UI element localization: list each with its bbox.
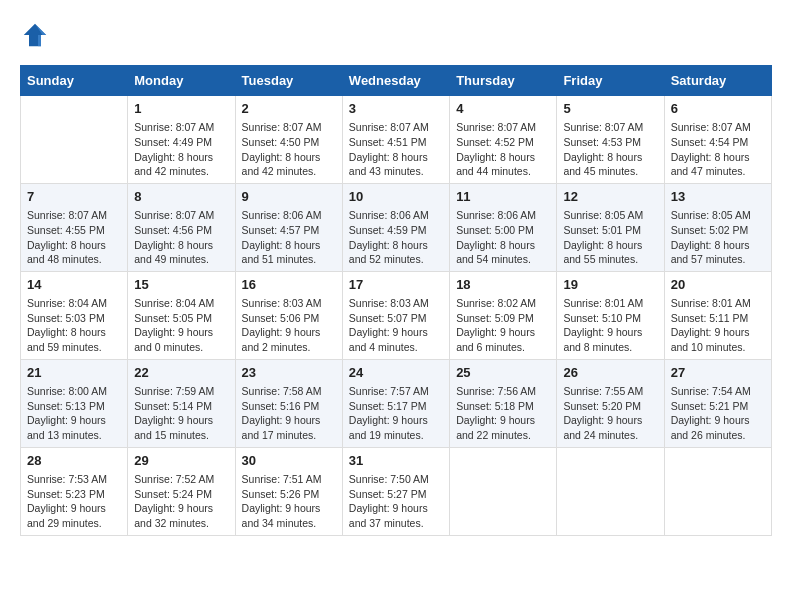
day-number: 10 bbox=[349, 188, 443, 206]
day-cell: 28Sunrise: 7:53 AM Sunset: 5:23 PM Dayli… bbox=[21, 447, 128, 535]
day-cell: 31Sunrise: 7:50 AM Sunset: 5:27 PM Dayli… bbox=[342, 447, 449, 535]
day-number: 22 bbox=[134, 364, 228, 382]
day-info: Sunrise: 8:01 AM Sunset: 5:11 PM Dayligh… bbox=[671, 296, 765, 355]
day-cell: 16Sunrise: 8:03 AM Sunset: 5:06 PM Dayli… bbox=[235, 271, 342, 359]
day-info: Sunrise: 8:07 AM Sunset: 4:51 PM Dayligh… bbox=[349, 120, 443, 179]
day-cell: 15Sunrise: 8:04 AM Sunset: 5:05 PM Dayli… bbox=[128, 271, 235, 359]
day-number: 14 bbox=[27, 276, 121, 294]
header-cell-sunday: Sunday bbox=[21, 66, 128, 96]
day-cell: 9Sunrise: 8:06 AM Sunset: 4:57 PM Daylig… bbox=[235, 183, 342, 271]
week-row-1: 1Sunrise: 8:07 AM Sunset: 4:49 PM Daylig… bbox=[21, 96, 772, 184]
day-number: 7 bbox=[27, 188, 121, 206]
day-cell: 1Sunrise: 8:07 AM Sunset: 4:49 PM Daylig… bbox=[128, 96, 235, 184]
day-cell bbox=[21, 96, 128, 184]
day-cell: 11Sunrise: 8:06 AM Sunset: 5:00 PM Dayli… bbox=[450, 183, 557, 271]
day-cell: 7Sunrise: 8:07 AM Sunset: 4:55 PM Daylig… bbox=[21, 183, 128, 271]
header-cell-monday: Monday bbox=[128, 66, 235, 96]
day-number: 3 bbox=[349, 100, 443, 118]
header-row: SundayMondayTuesdayWednesdayThursdayFrid… bbox=[21, 66, 772, 96]
calendar-header: SundayMondayTuesdayWednesdayThursdayFrid… bbox=[21, 66, 772, 96]
day-number: 21 bbox=[27, 364, 121, 382]
day-number: 6 bbox=[671, 100, 765, 118]
day-info: Sunrise: 8:07 AM Sunset: 4:53 PM Dayligh… bbox=[563, 120, 657, 179]
day-info: Sunrise: 8:07 AM Sunset: 4:56 PM Dayligh… bbox=[134, 208, 228, 267]
day-info: Sunrise: 8:01 AM Sunset: 5:10 PM Dayligh… bbox=[563, 296, 657, 355]
day-info: Sunrise: 8:06 AM Sunset: 4:59 PM Dayligh… bbox=[349, 208, 443, 267]
day-number: 1 bbox=[134, 100, 228, 118]
day-info: Sunrise: 8:06 AM Sunset: 4:57 PM Dayligh… bbox=[242, 208, 336, 267]
logo-icon bbox=[20, 20, 50, 50]
calendar-body: 1Sunrise: 8:07 AM Sunset: 4:49 PM Daylig… bbox=[21, 96, 772, 536]
day-cell: 30Sunrise: 7:51 AM Sunset: 5:26 PM Dayli… bbox=[235, 447, 342, 535]
day-number: 28 bbox=[27, 452, 121, 470]
header-cell-tuesday: Tuesday bbox=[235, 66, 342, 96]
day-number: 5 bbox=[563, 100, 657, 118]
day-info: Sunrise: 8:05 AM Sunset: 5:01 PM Dayligh… bbox=[563, 208, 657, 267]
day-info: Sunrise: 8:07 AM Sunset: 4:52 PM Dayligh… bbox=[456, 120, 550, 179]
day-cell: 14Sunrise: 8:04 AM Sunset: 5:03 PM Dayli… bbox=[21, 271, 128, 359]
day-info: Sunrise: 8:07 AM Sunset: 4:50 PM Dayligh… bbox=[242, 120, 336, 179]
day-info: Sunrise: 7:59 AM Sunset: 5:14 PM Dayligh… bbox=[134, 384, 228, 443]
day-cell: 12Sunrise: 8:05 AM Sunset: 5:01 PM Dayli… bbox=[557, 183, 664, 271]
week-row-5: 28Sunrise: 7:53 AM Sunset: 5:23 PM Dayli… bbox=[21, 447, 772, 535]
day-cell bbox=[557, 447, 664, 535]
day-cell: 4Sunrise: 8:07 AM Sunset: 4:52 PM Daylig… bbox=[450, 96, 557, 184]
day-info: Sunrise: 8:07 AM Sunset: 4:49 PM Dayligh… bbox=[134, 120, 228, 179]
day-cell: 5Sunrise: 8:07 AM Sunset: 4:53 PM Daylig… bbox=[557, 96, 664, 184]
day-number: 16 bbox=[242, 276, 336, 294]
day-cell bbox=[450, 447, 557, 535]
day-info: Sunrise: 8:06 AM Sunset: 5:00 PM Dayligh… bbox=[456, 208, 550, 267]
day-cell: 19Sunrise: 8:01 AM Sunset: 5:10 PM Dayli… bbox=[557, 271, 664, 359]
day-info: Sunrise: 8:00 AM Sunset: 5:13 PM Dayligh… bbox=[27, 384, 121, 443]
day-info: Sunrise: 7:55 AM Sunset: 5:20 PM Dayligh… bbox=[563, 384, 657, 443]
day-cell: 25Sunrise: 7:56 AM Sunset: 5:18 PM Dayli… bbox=[450, 359, 557, 447]
day-number: 19 bbox=[563, 276, 657, 294]
day-info: Sunrise: 8:04 AM Sunset: 5:05 PM Dayligh… bbox=[134, 296, 228, 355]
day-number: 13 bbox=[671, 188, 765, 206]
day-info: Sunrise: 8:07 AM Sunset: 4:54 PM Dayligh… bbox=[671, 120, 765, 179]
day-cell: 23Sunrise: 7:58 AM Sunset: 5:16 PM Dayli… bbox=[235, 359, 342, 447]
day-info: Sunrise: 8:07 AM Sunset: 4:55 PM Dayligh… bbox=[27, 208, 121, 267]
day-info: Sunrise: 7:50 AM Sunset: 5:27 PM Dayligh… bbox=[349, 472, 443, 531]
day-cell: 24Sunrise: 7:57 AM Sunset: 5:17 PM Dayli… bbox=[342, 359, 449, 447]
week-row-4: 21Sunrise: 8:00 AM Sunset: 5:13 PM Dayli… bbox=[21, 359, 772, 447]
header-cell-friday: Friday bbox=[557, 66, 664, 96]
day-number: 25 bbox=[456, 364, 550, 382]
day-cell: 27Sunrise: 7:54 AM Sunset: 5:21 PM Dayli… bbox=[664, 359, 771, 447]
day-cell: 21Sunrise: 8:00 AM Sunset: 5:13 PM Dayli… bbox=[21, 359, 128, 447]
day-cell: 13Sunrise: 8:05 AM Sunset: 5:02 PM Dayli… bbox=[664, 183, 771, 271]
day-info: Sunrise: 8:02 AM Sunset: 5:09 PM Dayligh… bbox=[456, 296, 550, 355]
day-cell: 20Sunrise: 8:01 AM Sunset: 5:11 PM Dayli… bbox=[664, 271, 771, 359]
day-number: 23 bbox=[242, 364, 336, 382]
day-number: 31 bbox=[349, 452, 443, 470]
day-number: 8 bbox=[134, 188, 228, 206]
day-cell: 2Sunrise: 8:07 AM Sunset: 4:50 PM Daylig… bbox=[235, 96, 342, 184]
day-cell: 6Sunrise: 8:07 AM Sunset: 4:54 PM Daylig… bbox=[664, 96, 771, 184]
day-cell: 22Sunrise: 7:59 AM Sunset: 5:14 PM Dayli… bbox=[128, 359, 235, 447]
day-info: Sunrise: 7:54 AM Sunset: 5:21 PM Dayligh… bbox=[671, 384, 765, 443]
day-number: 24 bbox=[349, 364, 443, 382]
day-cell: 18Sunrise: 8:02 AM Sunset: 5:09 PM Dayli… bbox=[450, 271, 557, 359]
day-cell: 29Sunrise: 7:52 AM Sunset: 5:24 PM Dayli… bbox=[128, 447, 235, 535]
day-number: 20 bbox=[671, 276, 765, 294]
day-number: 4 bbox=[456, 100, 550, 118]
day-number: 12 bbox=[563, 188, 657, 206]
week-row-2: 7Sunrise: 8:07 AM Sunset: 4:55 PM Daylig… bbox=[21, 183, 772, 271]
day-info: Sunrise: 7:58 AM Sunset: 5:16 PM Dayligh… bbox=[242, 384, 336, 443]
week-row-3: 14Sunrise: 8:04 AM Sunset: 5:03 PM Dayli… bbox=[21, 271, 772, 359]
day-info: Sunrise: 7:56 AM Sunset: 5:18 PM Dayligh… bbox=[456, 384, 550, 443]
header-cell-wednesday: Wednesday bbox=[342, 66, 449, 96]
day-cell: 17Sunrise: 8:03 AM Sunset: 5:07 PM Dayli… bbox=[342, 271, 449, 359]
day-number: 29 bbox=[134, 452, 228, 470]
day-cell: 26Sunrise: 7:55 AM Sunset: 5:20 PM Dayli… bbox=[557, 359, 664, 447]
day-number: 26 bbox=[563, 364, 657, 382]
day-info: Sunrise: 8:05 AM Sunset: 5:02 PM Dayligh… bbox=[671, 208, 765, 267]
day-number: 2 bbox=[242, 100, 336, 118]
header-cell-saturday: Saturday bbox=[664, 66, 771, 96]
day-number: 18 bbox=[456, 276, 550, 294]
day-info: Sunrise: 8:03 AM Sunset: 5:06 PM Dayligh… bbox=[242, 296, 336, 355]
day-info: Sunrise: 7:57 AM Sunset: 5:17 PM Dayligh… bbox=[349, 384, 443, 443]
day-info: Sunrise: 7:53 AM Sunset: 5:23 PM Dayligh… bbox=[27, 472, 121, 531]
day-number: 30 bbox=[242, 452, 336, 470]
page-header bbox=[20, 20, 772, 50]
